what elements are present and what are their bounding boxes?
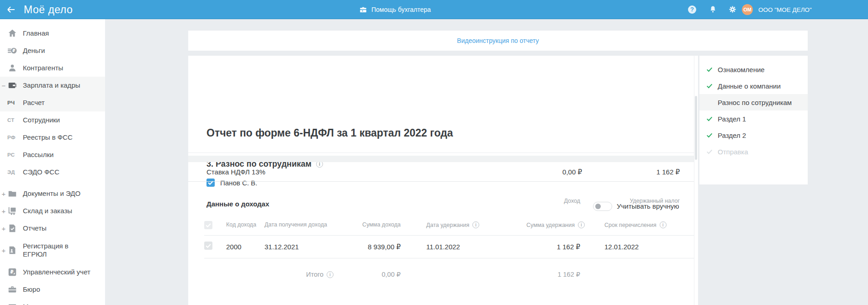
sidebar-item-contractors[interactable]: Контрагенты: [0, 59, 105, 77]
cell-income-code: 2000: [226, 243, 241, 251]
sidebar-item-fss-registers[interactable]: РФ Реестры в ФСС: [0, 129, 105, 146]
sidebar-item-code: РФ: [7, 135, 17, 140]
cell-income-sum: 8 939,00 ₽: [368, 243, 401, 251]
totals-income: 0,00 ₽: [382, 271, 401, 278]
salary-icon: [7, 80, 17, 90]
management-icon: ₽: [7, 267, 17, 277]
report-panel: Отчет по форме 6-НДФЛ за 1 квартал 2022 …: [188, 56, 698, 305]
rate-income-value: 0,00 ₽: [562, 168, 582, 176]
warehouse-icon: [7, 206, 17, 216]
check-icon: [706, 82, 718, 89]
expand-indicator[interactable]: +: [0, 190, 7, 198]
reports-icon: [7, 223, 17, 233]
sidebar-item-calculation[interactable]: РЧ Расчет: [0, 94, 105, 111]
expand-indicator[interactable]: +: [0, 225, 7, 232]
sidebar-item-mailings[interactable]: РС Рассылки: [0, 146, 105, 163]
video-instruction-link[interactable]: Видеоинструкция по отчету: [457, 37, 539, 44]
company-name[interactable]: ООО "МОЕ ДЕЛО": [758, 0, 812, 19]
settings-icon[interactable]: [728, 5, 737, 14]
check-icon: [706, 148, 718, 155]
checklist-item-acquaintance[interactable]: Ознакомление: [699, 61, 808, 78]
sidebar-item-documents[interactable]: + Документы и ЭДО: [0, 185, 105, 202]
sidebar-item-sedo-fss[interactable]: ЭД СЭДО ФСС: [0, 163, 105, 181]
sidebar-item-reports[interactable]: + Отчеты: [0, 220, 105, 237]
app-logo[interactable]: Моё дело: [24, 4, 73, 16]
rate-row[interactable]: Ставка НДФЛ 13% 0,00 ₽ 1 162 ₽: [188, 162, 698, 182]
expand-indicator[interactable]: +: [0, 247, 7, 254]
sidebar-item-label: Реестры в ФСС: [23, 133, 73, 142]
col-withhold-sum: Сумма удержания: [526, 221, 585, 228]
sidebar-item-code: РЧ: [7, 100, 17, 105]
check-icon: [706, 66, 718, 73]
help-center-label: Помощь бухгалтера: [371, 6, 431, 13]
sidebar-item-cutoff[interactable]: М: [0, 298, 105, 305]
col-transfer-term: Срок перечисления: [604, 221, 667, 228]
info-icon[interactable]: [327, 271, 333, 278]
panel-scrollbar-track: [694, 56, 698, 305]
checklist-item-section-1[interactable]: Раздел 1: [699, 110, 808, 127]
row-checkbox[interactable]: [204, 242, 212, 250]
sidebar-item-label: Бюро: [23, 285, 40, 294]
info-icon[interactable]: [660, 221, 667, 228]
help-icon[interactable]: ?: [688, 5, 696, 14]
col-income-code: Код дохода: [226, 221, 256, 228]
sidebar-item-label: Документы и ЭДО: [23, 189, 80, 198]
sidebar-item-home[interactable]: Главная: [0, 25, 105, 42]
bureau-icon: [7, 284, 17, 294]
avatar[interactable]: ОМ: [742, 4, 753, 15]
svg-text:₽: ₽: [11, 269, 14, 274]
manual-toggle[interactable]: [593, 202, 612, 211]
sidebar-item-management[interactable]: ₽ Управленческий учет: [0, 263, 105, 281]
notifications-icon[interactable]: [709, 5, 717, 14]
expand-indicator[interactable]: +: [0, 207, 7, 215]
documents-icon: [7, 189, 17, 199]
income-table-title: Данные о доходах: [206, 200, 269, 208]
check-icon: [706, 115, 718, 122]
sidebar-item-label: Контрагенты: [23, 64, 63, 72]
sidebar-active-group: − Зарплата и кадры РЧ Расчет: [0, 77, 105, 111]
sidebar-item-label: Управленческий учет: [23, 268, 90, 276]
rate-withheld-value: 1 162 ₽: [656, 168, 680, 176]
sidebar-item-label: Деньги: [23, 47, 45, 55]
col-withhold-date: Дата удержания: [426, 221, 479, 228]
sidebar-item-label: Расчет: [23, 99, 45, 107]
checklist-item-section-2[interactable]: Раздел 2: [699, 127, 808, 143]
select-all-checkbox[interactable]: [204, 221, 212, 229]
totals-withheld: 1 162 ₽: [557, 271, 580, 278]
checklist-item-company-data[interactable]: Данные о компании: [699, 78, 808, 94]
sidebar-item-code: СТ: [7, 117, 17, 123]
sidebar-item-employees[interactable]: СТ Сотрудники: [0, 111, 105, 129]
panel-scrollbar-thumb[interactable]: [695, 96, 697, 160]
sidebar-item-label: Главная: [23, 29, 49, 37]
sidebar-item-money[interactable]: ₽ Деньги: [0, 42, 105, 59]
col-income-sum: Сумма дохода: [362, 221, 401, 228]
sidebar-item-warehouse[interactable]: + Склад и заказы: [0, 202, 105, 220]
page-title: Отчет по форме 6-НДФЛ за 1 квартал 2022 …: [206, 127, 453, 139]
sidebar-item-bureau[interactable]: Бюро: [0, 281, 105, 298]
help-center-button[interactable]: Помощь бухгалтера: [359, 0, 431, 19]
info-icon[interactable]: [578, 221, 585, 228]
back-icon[interactable]: [5, 4, 16, 15]
collapse-indicator[interactable]: −: [0, 82, 7, 89]
video-banner: Видеоинструкция по отчету: [188, 31, 808, 51]
info-icon[interactable]: [472, 221, 479, 228]
check-icon: [706, 131, 718, 139]
sidebar-item-label: Склад и заказы: [23, 207, 72, 215]
checklist-item-sending[interactable]: Отправка: [699, 143, 808, 160]
cell-withhold-date: 11.01.2022: [426, 243, 460, 251]
summary-col-income: Доход: [564, 198, 581, 204]
money-icon: ₽: [7, 46, 17, 56]
topbar: Моё дело Помощь бухгалтера ? ОМ ООО "МОЕ…: [0, 0, 868, 19]
sidebar: Главная ₽ Деньги Контрагенты − Зарплата …: [0, 19, 105, 305]
sidebar-item-salary[interactable]: − Зарплата и кадры: [0, 77, 105, 94]
cell-withhold-sum: 1 162 ₽: [557, 243, 580, 251]
sidebar-item-label: Зарплата и кадры: [23, 81, 80, 89]
cell-income-date: 31.12.2021: [265, 243, 299, 251]
toggle-knob: [595, 204, 601, 209]
checklist-item-employee-breakdown[interactable]: Разнос по сотрудникам: [699, 94, 808, 110]
sidebar-item-registration[interactable]: + Регистрация в ЕГРЮЛ: [0, 237, 105, 263]
sidebar-item-label: Рассылки: [23, 151, 53, 159]
progress-checklist: Ознакомление Данные о компании Разнос по…: [699, 56, 808, 184]
sidebar-item-code: РС: [7, 152, 17, 158]
sidebar-item-label: СЭДО ФСС: [23, 168, 59, 176]
